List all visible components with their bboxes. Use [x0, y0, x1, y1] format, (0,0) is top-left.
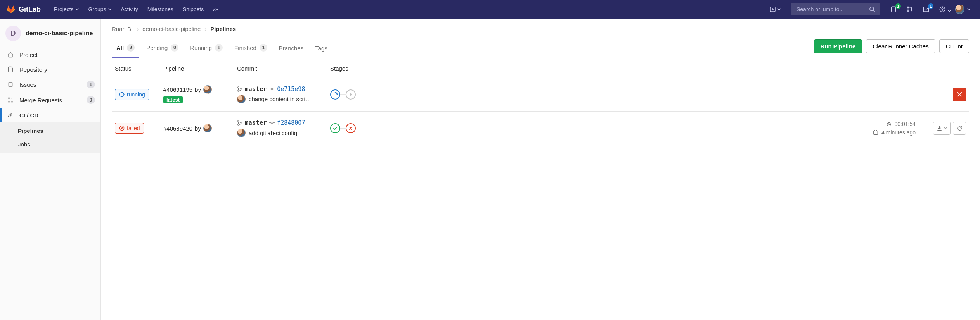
nav-projects[interactable]: Projects — [50, 3, 83, 15]
user-avatar — [955, 5, 964, 14]
col-actions — [919, 58, 969, 77]
col-stages: Stages — [327, 58, 845, 77]
issues-badge: 1 — [895, 3, 901, 9]
branch-name[interactable]: master — [245, 119, 267, 126]
branch-icon — [237, 120, 242, 126]
breadcrumb: Ruan B. › demo-ci-basic-pipeline › Pipel… — [112, 26, 969, 38]
project-name: demo-ci-basic-pipeline — [26, 29, 93, 37]
commit-sha[interactable]: 0e715e98 — [277, 86, 305, 93]
gauge-icon — [212, 6, 219, 13]
sidebar-label: Project — [19, 52, 38, 58]
tab-running[interactable]: Running 1 — [185, 38, 227, 58]
project-header[interactable]: D demo-ci-basic-pipeline — [0, 22, 100, 47]
page-actions: Run Pipeline Clear Runner Caches CI Lint — [814, 39, 969, 57]
close-icon — [348, 126, 353, 131]
nav-help[interactable] — [936, 3, 949, 16]
stage-running[interactable] — [330, 89, 340, 100]
stage-failed[interactable] — [346, 123, 356, 133]
pipeline-id[interactable]: #40689420 — [163, 125, 192, 132]
nav-performance-icon[interactable] — [209, 3, 222, 16]
svg-point-21 — [238, 124, 239, 126]
project-sidebar: D demo-ci-basic-pipeline Project Reposit… — [0, 19, 101, 320]
stage-passed[interactable] — [330, 123, 340, 133]
retry-icon — [957, 126, 963, 131]
gitlab-logo-icon — [6, 5, 16, 14]
run-pipeline-button[interactable]: Run Pipeline — [814, 39, 862, 53]
tab-branches[interactable]: Branches — [274, 40, 308, 58]
svg-point-15 — [238, 90, 239, 91]
sidebar-sub-pipelines[interactable]: Pipelines — [0, 124, 100, 138]
duration: 00:01:54 — [886, 121, 916, 127]
svg-point-23 — [271, 122, 273, 124]
branch-icon — [237, 86, 242, 92]
file-icon — [7, 66, 14, 73]
pending-icon — [348, 92, 353, 97]
ci-lint-button[interactable]: CI Lint — [939, 39, 969, 53]
commit-message[interactable]: add gitlab-ci config — [249, 130, 297, 136]
sidebar-sub-jobs[interactable]: Jobs — [0, 138, 100, 151]
help-icon — [939, 6, 946, 13]
committer-avatar[interactable] — [237, 95, 246, 103]
committer-avatar[interactable] — [237, 129, 246, 137]
crumb-current: Pipelines — [210, 26, 236, 32]
todos-badge: 1 — [928, 3, 933, 9]
brand[interactable]: GitLab — [6, 5, 41, 14]
nav-merge-requests[interactable] — [903, 3, 916, 16]
nav-milestones[interactable]: Milestones — [144, 3, 177, 15]
commit-sha[interactable]: f2848007 — [277, 119, 305, 126]
chevron-right-icon: › — [204, 26, 206, 32]
crumb-user[interactable]: Ruan B. — [112, 26, 133, 32]
brand-text: GitLab — [19, 5, 41, 14]
tab-all[interactable]: All 2 — [112, 38, 139, 58]
sidebar-item-issues[interactable]: Issues 1 — [0, 77, 100, 92]
nav-groups[interactable]: Groups — [85, 3, 116, 15]
nav-todos[interactable]: 1 — [919, 3, 933, 16]
stage-created[interactable] — [346, 89, 356, 100]
crumb-project[interactable]: demo-ci-basic-pipeline — [142, 26, 201, 32]
sidebar-item-project[interactable]: Project — [0, 47, 100, 62]
clear-runner-caches-button[interactable]: Clear Runner Caches — [866, 39, 935, 53]
project-avatar: D — [5, 26, 21, 41]
nav-issues[interactable]: 1 — [887, 3, 900, 16]
by-text: by — [195, 125, 201, 132]
svg-rect-2 — [892, 7, 896, 12]
svg-rect-25 — [874, 131, 878, 135]
status-badge-running[interactable]: running — [115, 89, 149, 100]
retry-pipeline-button[interactable] — [953, 122, 966, 135]
failed-icon — [119, 126, 125, 131]
svg-point-16 — [241, 88, 242, 89]
status-badge-failed[interactable]: failed — [115, 123, 144, 134]
triggerer-avatar[interactable] — [203, 124, 212, 132]
nav-snippets[interactable]: Snippets — [179, 3, 208, 15]
finished-at: 4 minutes ago — [873, 129, 916, 136]
tab-count: 1 — [260, 44, 267, 52]
svg-point-4 — [907, 11, 909, 12]
tab-pending[interactable]: Pending 0 — [142, 38, 183, 58]
commit-icon — [269, 86, 275, 92]
tab-finished[interactable]: Finished 1 — [230, 38, 272, 58]
commit-message[interactable]: change content in scri… — [249, 96, 311, 102]
user-menu[interactable] — [952, 2, 974, 16]
nav-activity[interactable]: Activity — [117, 3, 142, 15]
commit-icon — [269, 120, 275, 126]
triggerer-avatar[interactable] — [203, 85, 212, 94]
by-text: by — [195, 86, 201, 93]
branch-name[interactable]: master — [245, 86, 267, 93]
search-input[interactable] — [796, 6, 865, 13]
manual-actions-dropdown[interactable] — [933, 122, 951, 135]
tab-tags[interactable]: Tags — [310, 40, 332, 58]
col-status: Status — [112, 58, 160, 77]
chevron-down-icon — [108, 7, 112, 11]
stages-graph — [330, 89, 842, 100]
cancel-pipeline-button[interactable] — [953, 88, 966, 101]
pipeline-id[interactable]: #40691195 — [163, 86, 192, 93]
merge-request-icon — [7, 96, 14, 103]
sidebar-item-cicd[interactable]: CI / CD — [0, 108, 100, 122]
sidebar-item-merge-requests[interactable]: Merge Requests 0 — [0, 92, 100, 108]
rocket-icon — [7, 112, 14, 119]
new-dropdown[interactable] — [767, 4, 784, 14]
sidebar-item-repository[interactable]: Repository — [0, 62, 100, 77]
global-search[interactable] — [791, 3, 880, 15]
mr-count: 0 — [87, 96, 95, 104]
pipelines-table: Status Pipeline Commit Stages running — [112, 58, 969, 145]
